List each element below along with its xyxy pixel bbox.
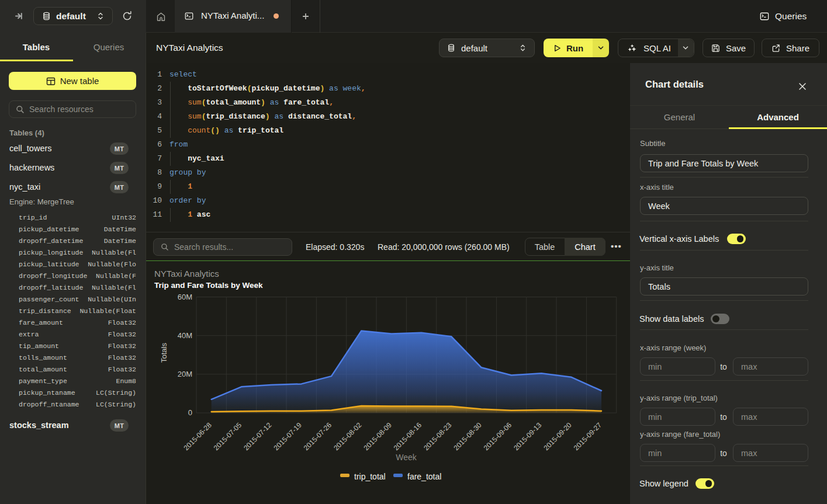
svg-text:2015-09-06: 2015-09-06 (482, 420, 514, 452)
svg-text:20M: 20M (178, 370, 192, 378)
svg-text:2015-09-20: 2015-09-20 (542, 420, 573, 452)
svg-text:fare_total: fare_total (407, 472, 441, 481)
svg-text:2015-06-28: 2015-06-28 (182, 420, 214, 452)
svg-text:2015-08-30: 2015-08-30 (452, 420, 483, 452)
svg-text:Trip and Fare Totals by Week: Trip and Fare Totals by Week (154, 281, 263, 290)
svg-text:2015-08-02: 2015-08-02 (332, 420, 364, 452)
svg-text:2015-07-26: 2015-07-26 (302, 420, 334, 452)
svg-text:trip_total: trip_total (354, 472, 386, 481)
svg-text:2015-08-09: 2015-08-09 (362, 420, 394, 452)
svg-text:0: 0 (188, 408, 192, 417)
svg-text:60M: 60M (178, 293, 192, 301)
svg-text:2015-07-19: 2015-07-19 (272, 420, 304, 452)
svg-text:NYTaxi Analytics: NYTaxi Analytics (154, 269, 219, 279)
svg-text:2015-09-27: 2015-09-27 (572, 420, 604, 452)
svg-text:2015-08-23: 2015-08-23 (422, 420, 454, 452)
svg-text:Totals: Totals (160, 343, 168, 363)
svg-text:40M: 40M (178, 331, 192, 340)
svg-text:2015-09-13: 2015-09-13 (512, 420, 544, 452)
svg-text:2015-07-05: 2015-07-05 (212, 420, 244, 452)
svg-text:2015-08-16: 2015-08-16 (392, 420, 424, 452)
svg-text:2015-07-12: 2015-07-12 (242, 420, 274, 452)
svg-text:Week: Week (396, 453, 417, 462)
